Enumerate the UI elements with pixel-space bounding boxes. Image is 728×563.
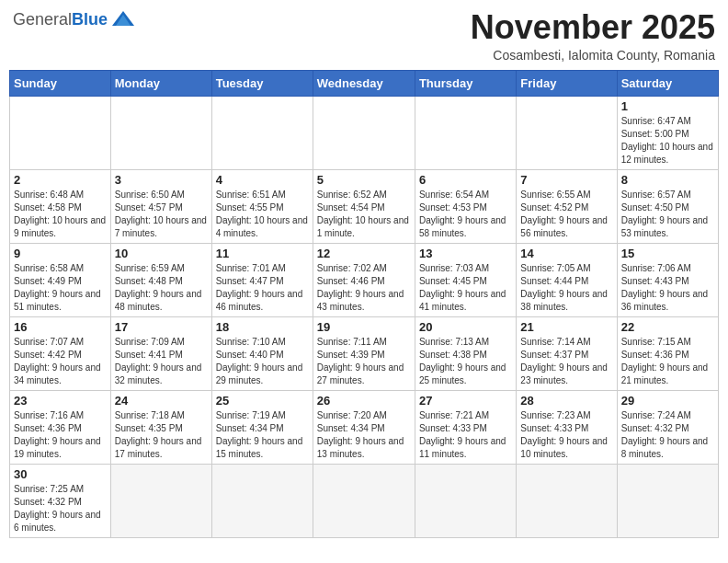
day-cell <box>10 96 111 169</box>
day-number: 2 <box>14 173 107 187</box>
day-info: Sunrise: 7:18 AM Sunset: 4:35 PM Dayligh… <box>115 410 202 459</box>
weekday-header-tuesday: Tuesday <box>211 70 313 96</box>
day-number: 8 <box>621 173 714 187</box>
day-info: Sunrise: 7:19 AM Sunset: 4:34 PM Dayligh… <box>216 410 303 459</box>
day-cell: 17Sunrise: 7:09 AM Sunset: 4:41 PM Dayli… <box>110 316 211 390</box>
day-number: 16 <box>14 320 107 334</box>
day-info: Sunrise: 6:51 AM Sunset: 4:55 PM Dayligh… <box>216 190 308 238</box>
title-area: November 2025 Cosambesti, Ialomita Count… <box>471 9 715 63</box>
day-cell: 2Sunrise: 6:48 AM Sunset: 4:58 PM Daylig… <box>10 169 111 243</box>
day-cell: 26Sunrise: 7:20 AM Sunset: 4:34 PM Dayli… <box>313 390 415 464</box>
day-number: 28 <box>520 394 612 408</box>
logo-general-text: General <box>13 10 72 29</box>
day-cell: 3Sunrise: 6:50 AM Sunset: 4:57 PM Daylig… <box>110 169 211 243</box>
day-cell: 14Sunrise: 7:05 AM Sunset: 4:44 PM Dayli… <box>517 243 617 316</box>
day-number: 3 <box>115 173 208 187</box>
day-info: Sunrise: 6:57 AM Sunset: 4:50 PM Dayligh… <box>621 190 709 238</box>
day-cell: 5Sunrise: 6:52 AM Sunset: 4:54 PM Daylig… <box>313 169 415 243</box>
day-info: Sunrise: 6:48 AM Sunset: 4:58 PM Dayligh… <box>14 190 106 238</box>
day-cell: 11Sunrise: 7:01 AM Sunset: 4:47 PM Dayli… <box>211 243 313 316</box>
day-cell: 18Sunrise: 7:10 AM Sunset: 4:40 PM Dayli… <box>211 316 313 390</box>
day-cell: 24Sunrise: 7:18 AM Sunset: 4:35 PM Dayli… <box>110 390 211 464</box>
week-row-1: 2Sunrise: 6:48 AM Sunset: 4:58 PM Daylig… <box>10 169 719 243</box>
weekday-header-row: SundayMondayTuesdayWednesdayThursdayFrid… <box>10 70 719 96</box>
day-number: 27 <box>419 394 512 408</box>
day-cell: 30Sunrise: 7:25 AM Sunset: 4:32 PM Dayli… <box>10 464 111 537</box>
day-number: 26 <box>317 394 411 408</box>
weekday-header-sunday: Sunday <box>10 70 111 96</box>
day-number: 25 <box>216 394 309 408</box>
day-cell: 22Sunrise: 7:15 AM Sunset: 4:36 PM Dayli… <box>617 316 718 390</box>
day-number: 29 <box>621 394 714 408</box>
day-cell: 8Sunrise: 6:57 AM Sunset: 4:50 PM Daylig… <box>617 169 718 243</box>
day-cell: 29Sunrise: 7:24 AM Sunset: 4:32 PM Dayli… <box>617 390 718 464</box>
day-info: Sunrise: 6:54 AM Sunset: 4:53 PM Dayligh… <box>419 190 506 238</box>
day-cell <box>517 96 617 169</box>
day-info: Sunrise: 7:15 AM Sunset: 4:36 PM Dayligh… <box>621 337 709 385</box>
day-cell: 7Sunrise: 6:55 AM Sunset: 4:52 PM Daylig… <box>517 169 617 243</box>
day-info: Sunrise: 7:11 AM Sunset: 4:39 PM Dayligh… <box>317 337 404 385</box>
day-info: Sunrise: 7:25 AM Sunset: 4:32 PM Dayligh… <box>14 484 101 533</box>
day-info: Sunrise: 7:01 AM Sunset: 4:47 PM Dayligh… <box>216 263 303 312</box>
month-title: November 2025 <box>471 9 715 46</box>
day-info: Sunrise: 7:23 AM Sunset: 4:33 PM Dayligh… <box>520 410 608 459</box>
day-number: 19 <box>317 320 411 334</box>
day-cell <box>110 464 211 537</box>
day-info: Sunrise: 6:52 AM Sunset: 4:54 PM Dayligh… <box>317 190 409 238</box>
day-cell <box>313 464 415 537</box>
day-number: 21 <box>520 320 612 334</box>
day-info: Sunrise: 7:21 AM Sunset: 4:33 PM Dayligh… <box>419 410 506 459</box>
day-info: Sunrise: 6:47 AM Sunset: 5:00 PM Dayligh… <box>621 116 713 165</box>
day-info: Sunrise: 7:06 AM Sunset: 4:43 PM Dayligh… <box>621 263 709 312</box>
day-number: 14 <box>520 247 612 260</box>
day-number: 23 <box>14 394 107 408</box>
day-cell: 10Sunrise: 6:59 AM Sunset: 4:48 PM Dayli… <box>110 243 211 316</box>
day-info: Sunrise: 6:50 AM Sunset: 4:57 PM Dayligh… <box>115 190 207 238</box>
day-cell: 21Sunrise: 7:14 AM Sunset: 4:37 PM Dayli… <box>517 316 617 390</box>
day-cell: 25Sunrise: 7:19 AM Sunset: 4:34 PM Dayli… <box>211 390 313 464</box>
day-cell <box>211 464 313 537</box>
day-cell: 27Sunrise: 7:21 AM Sunset: 4:33 PM Dayli… <box>415 390 516 464</box>
day-cell <box>517 464 617 537</box>
day-info: Sunrise: 6:58 AM Sunset: 4:49 PM Dayligh… <box>14 263 101 312</box>
week-row-5: 30Sunrise: 7:25 AM Sunset: 4:32 PM Dayli… <box>10 464 719 537</box>
day-number: 6 <box>419 173 512 187</box>
day-info: Sunrise: 7:14 AM Sunset: 4:37 PM Dayligh… <box>520 337 608 385</box>
calendar: SundayMondayTuesdayWednesdayThursdayFrid… <box>9 70 719 538</box>
logo-icon <box>110 9 136 29</box>
weekday-header-wednesday: Wednesday <box>313 70 415 96</box>
weekday-header-monday: Monday <box>110 70 211 96</box>
day-number: 24 <box>115 394 208 408</box>
day-info: Sunrise: 7:09 AM Sunset: 4:41 PM Dayligh… <box>115 337 202 385</box>
week-row-4: 23Sunrise: 7:16 AM Sunset: 4:36 PM Dayli… <box>10 390 719 464</box>
day-number: 15 <box>621 247 714 260</box>
day-cell: 28Sunrise: 7:23 AM Sunset: 4:33 PM Dayli… <box>517 390 617 464</box>
day-cell <box>617 464 718 537</box>
day-info: Sunrise: 7:07 AM Sunset: 4:42 PM Dayligh… <box>14 337 101 385</box>
day-cell: 16Sunrise: 7:07 AM Sunset: 4:42 PM Dayli… <box>10 316 111 390</box>
day-cell <box>415 96 516 169</box>
day-cell: 15Sunrise: 7:06 AM Sunset: 4:43 PM Dayli… <box>617 243 718 316</box>
day-info: Sunrise: 6:55 AM Sunset: 4:52 PM Dayligh… <box>520 190 608 238</box>
week-row-0: 1Sunrise: 6:47 AM Sunset: 5:00 PM Daylig… <box>10 96 719 169</box>
day-cell: 19Sunrise: 7:11 AM Sunset: 4:39 PM Dayli… <box>313 316 415 390</box>
day-cell: 1Sunrise: 6:47 AM Sunset: 5:00 PM Daylig… <box>617 96 718 169</box>
weekday-header-friday: Friday <box>517 70 617 96</box>
day-info: Sunrise: 7:02 AM Sunset: 4:46 PM Dayligh… <box>317 263 404 312</box>
day-cell <box>211 96 313 169</box>
day-info: Sunrise: 6:59 AM Sunset: 4:48 PM Dayligh… <box>115 263 202 312</box>
day-number: 5 <box>317 173 411 187</box>
day-cell: 20Sunrise: 7:13 AM Sunset: 4:38 PM Dayli… <box>415 316 516 390</box>
day-number: 10 <box>115 247 208 260</box>
day-number: 18 <box>216 320 309 334</box>
day-info: Sunrise: 7:16 AM Sunset: 4:36 PM Dayligh… <box>14 410 101 459</box>
day-number: 11 <box>216 247 309 260</box>
day-number: 1 <box>621 99 714 113</box>
day-info: Sunrise: 7:05 AM Sunset: 4:44 PM Dayligh… <box>520 263 608 312</box>
day-cell: 4Sunrise: 6:51 AM Sunset: 4:55 PM Daylig… <box>211 169 313 243</box>
day-info: Sunrise: 7:24 AM Sunset: 4:32 PM Dayligh… <box>621 410 709 459</box>
day-cell <box>110 96 211 169</box>
day-number: 9 <box>14 247 107 260</box>
day-number: 20 <box>419 320 512 334</box>
day-cell: 6Sunrise: 6:54 AM Sunset: 4:53 PM Daylig… <box>415 169 516 243</box>
